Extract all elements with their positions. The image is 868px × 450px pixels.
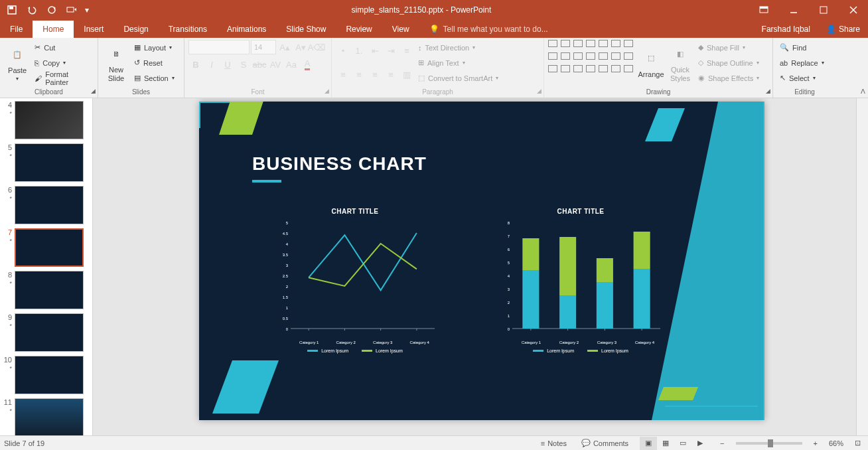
close-button[interactable] — [838, 0, 868, 19]
new-slide-button[interactable]: 🗎New Slide — [102, 40, 130, 86]
vertical-scrollbar[interactable] — [856, 98, 868, 435]
shape-outline-button[interactable]: ◇Shape Outline▾ — [695, 56, 762, 70]
zoom-out-button[interactable]: − — [717, 439, 727, 447]
comments-button[interactable]: 💬Comments — [578, 439, 632, 447]
format-painter-button[interactable]: 🖌Format Painter — [32, 71, 94, 86]
tab-view[interactable]: View — [382, 21, 419, 38]
slide-title[interactable]: BUSINESS CHART — [252, 153, 427, 175]
shapes-gallery[interactable] — [548, 40, 636, 86]
notes-button[interactable]: ≡Notes — [538, 439, 570, 447]
cut-button[interactable]: ✂Cut — [32, 40, 94, 55]
zoom-level[interactable]: 66% — [829, 439, 843, 447]
start-from-beginning-button[interactable] — [62, 2, 81, 18]
spacing-button[interactable]: AV — [268, 57, 283, 72]
slide-thumbnail-8[interactable]: 8* — [3, 271, 90, 309]
strikethrough-button[interactable]: abc — [252, 57, 267, 72]
ribbon-display-options-button[interactable] — [749, 0, 778, 19]
reading-view-button[interactable]: ▭ — [674, 437, 691, 450]
tell-me-search[interactable]: 💡Tell me what you want to do... — [419, 21, 558, 38]
slide-thumbnail-11[interactable]: 11* — [3, 398, 90, 435]
slide-sorter-view-button[interactable]: ▦ — [657, 437, 674, 450]
shape-fill-button[interactable]: ◆Shape Fill▾ — [695, 40, 762, 55]
select-button[interactable]: ↖Select▾ — [777, 71, 827, 86]
svg-text:1.5: 1.5 — [283, 295, 289, 299]
clear-formatting-button[interactable]: A⌫ — [309, 40, 324, 54]
tab-design[interactable]: Design — [113, 21, 158, 38]
qat-customize-button[interactable]: ▾ — [82, 2, 92, 18]
zoom-in-button[interactable]: + — [810, 439, 821, 447]
tab-animations[interactable]: Animations — [217, 21, 276, 38]
find-button[interactable]: 🔍Find — [777, 40, 827, 55]
paragraph-dialog-launcher[interactable]: ◢ — [537, 88, 542, 94]
decrease-indent-button[interactable]: ⇤ — [368, 43, 382, 58]
align-center-button[interactable]: ≡ — [352, 68, 366, 82]
maximize-button[interactable] — [808, 0, 838, 19]
change-case-button[interactable]: Aa — [284, 57, 299, 72]
redo-button[interactable] — [42, 2, 61, 18]
text-direction-button[interactable]: ↕Text Direction▾ — [415, 40, 501, 55]
align-left-button[interactable]: ≡ — [336, 68, 350, 82]
undo-button[interactable] — [23, 2, 41, 18]
tab-file[interactable]: File — [0, 21, 33, 38]
normal-view-button[interactable]: ▣ — [640, 437, 657, 450]
tab-review[interactable]: Review — [336, 21, 382, 38]
smartart-button[interactable]: ⬚Convert to SmartArt▾ — [415, 71, 501, 86]
tab-home[interactable]: Home — [33, 21, 74, 38]
shape-fill-icon: ◆ — [698, 43, 703, 52]
font-dialog-launcher[interactable]: ◢ — [325, 88, 329, 94]
slide-thumbnail-6[interactable]: 6* — [3, 186, 90, 224]
line-spacing-button[interactable]: ≡ — [399, 43, 414, 58]
slide-thumbnail-5[interactable]: 5* — [3, 143, 90, 182]
paste-button[interactable]: 📋Paste▾ — [4, 40, 31, 86]
bullets-button[interactable]: • — [336, 43, 350, 58]
slide-thumbnail-4[interactable]: 4* — [3, 101, 90, 139]
font-name-combo[interactable] — [188, 40, 250, 54]
slide-thumbnails-pane[interactable]: 4*5*6*7*8*9*10*11* — [0, 98, 93, 435]
share-button[interactable]: 👤Share — [818, 21, 868, 38]
minimize-button[interactable] — [778, 0, 808, 19]
reset-button[interactable]: ↺Reset — [131, 56, 177, 70]
numbering-button[interactable]: 1. — [352, 43, 366, 58]
collapse-ribbon-button[interactable]: ᐱ — [861, 88, 865, 95]
tab-insert[interactable]: Insert — [74, 21, 113, 38]
shape-effects-button[interactable]: ◉Shape Effects▾ — [695, 71, 762, 86]
save-button[interactable] — [3, 2, 21, 18]
font-color-button[interactable]: A — [300, 57, 315, 72]
slide-thumbnail-10[interactable]: 10* — [3, 356, 90, 394]
align-right-button[interactable]: ≡ — [368, 68, 382, 82]
thumb-preview — [15, 228, 84, 267]
line-chart[interactable]: CHART TITLE 00.511.522.533.544.55 Catego… — [272, 208, 438, 353]
replace-button[interactable]: abReplace▾ — [777, 56, 827, 70]
smartart-label: Convert to SmartArt — [428, 74, 492, 82]
zoom-slider[interactable] — [736, 442, 802, 445]
underline-button[interactable]: U — [220, 57, 235, 72]
slide-canvas[interactable]: BUSINESS CHART CHART TITLE 00.511.522.53… — [199, 102, 764, 420]
decrease-font-button[interactable]: A▾ — [293, 40, 308, 54]
increase-indent-button[interactable]: ⇥ — [384, 43, 398, 58]
bar-chart[interactable]: CHART TITLE 012345678 Category 1Category… — [498, 208, 664, 353]
font-size-combo[interactable]: 14 — [251, 40, 276, 54]
columns-button[interactable]: ▥ — [399, 68, 414, 82]
drawing-dialog-launcher[interactable]: ◢ — [766, 88, 770, 94]
slide-thumbnail-7[interactable]: 7* — [3, 228, 90, 267]
justify-button[interactable]: ≡ — [384, 68, 398, 82]
slideshow-view-button[interactable]: ▶ — [691, 437, 709, 450]
slide-edit-area[interactable]: BUSINESS CHART CHART TITLE 00.511.522.53… — [93, 98, 856, 435]
fit-to-window-button[interactable]: ⊡ — [851, 439, 864, 447]
shadow-button[interactable]: S — [236, 57, 251, 72]
section-button[interactable]: ▤Section▾ — [131, 71, 177, 86]
tab-transitions[interactable]: Transitions — [159, 21, 217, 38]
copy-button[interactable]: ⎘Copy▾ — [32, 56, 94, 70]
increase-font-button[interactable]: A▴ — [277, 40, 292, 54]
tab-slideshow[interactable]: Slide Show — [276, 21, 336, 38]
layout-button[interactable]: ▦Layout▾ — [131, 40, 177, 55]
bold-button[interactable]: B — [188, 57, 203, 72]
clipboard-dialog-launcher[interactable]: ◢ — [91, 88, 96, 94]
slide-thumbnail-9[interactable]: 9* — [3, 313, 90, 352]
arrange-button[interactable]: ⬚Arrange — [637, 40, 665, 86]
find-label: Find — [792, 44, 806, 52]
user-name[interactable]: Farshad Iqbal — [754, 21, 818, 38]
quick-styles-button[interactable]: ◧Quick Styles — [666, 40, 694, 86]
align-text-button[interactable]: ⊞Align Text▾ — [415, 56, 501, 70]
italic-button[interactable]: I — [204, 57, 219, 72]
